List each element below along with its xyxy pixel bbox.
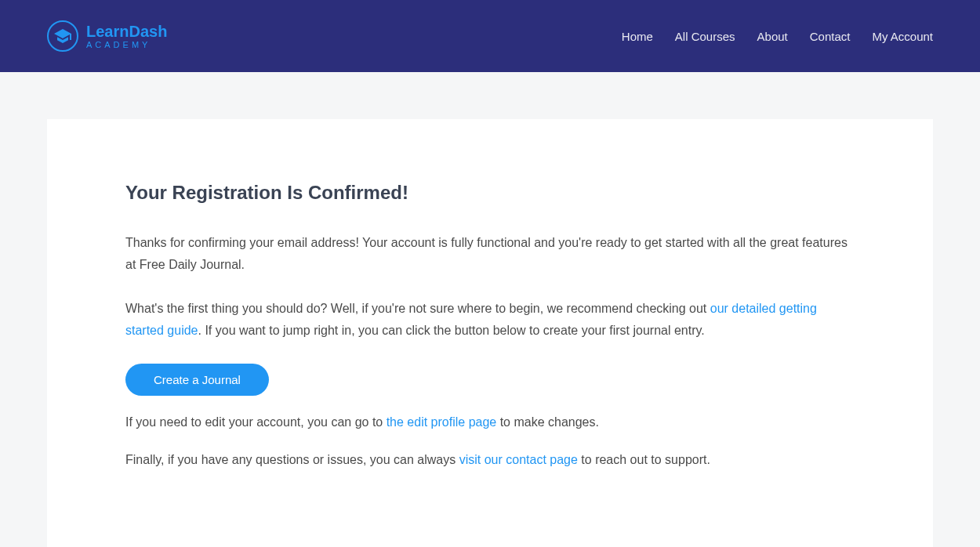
nav-all-courses[interactable]: All Courses — [675, 30, 735, 43]
site-logo[interactable]: LearnDash ACADEMY — [47, 20, 167, 52]
edit-account-text-b: to make changes. — [496, 415, 599, 429]
graduation-cap-icon — [47, 20, 78, 52]
nav-home[interactable]: Home — [622, 30, 653, 43]
logo-sub: ACADEMY — [86, 40, 167, 49]
main-nav: Home All Courses About Contact My Accoun… — [622, 30, 933, 43]
contact-paragraph: Finally, if you have any questions or is… — [125, 449, 855, 471]
contact-text-a: Finally, if you have any questions or is… — [125, 453, 459, 466]
edit-account-text-a: If you need to edit your account, you ca… — [125, 415, 387, 429]
nav-my-account[interactable]: My Account — [872, 30, 933, 43]
guide-paragraph-text-b: . If you want to jump right in, you can … — [198, 324, 705, 337]
create-journal-button[interactable]: Create a Journal — [125, 364, 269, 396]
edit-account-paragraph: If you need to edit your account, you ca… — [125, 411, 855, 433]
intro-paragraph: Thanks for confirming your email address… — [125, 232, 855, 276]
nav-contact[interactable]: Contact — [810, 30, 851, 43]
contact-text-b: to reach out to support. — [578, 453, 710, 466]
page-title: Your Registration Is Confirmed! — [125, 182, 855, 204]
logo-main: LearnDash — [86, 23, 167, 40]
content-card: Your Registration Is Confirmed! Thanks f… — [47, 119, 933, 547]
edit-profile-link[interactable]: the edit profile page — [387, 415, 497, 429]
guide-paragraph: What's the first thing you should do? We… — [125, 298, 855, 342]
logo-text: LearnDash ACADEMY — [86, 23, 167, 49]
contact-page-link[interactable]: visit our contact page — [459, 453, 578, 466]
page-wrapper: Your Registration Is Confirmed! Thanks f… — [0, 72, 980, 547]
nav-about[interactable]: About — [757, 30, 788, 43]
guide-paragraph-text-a: What's the first thing you should do? We… — [125, 302, 710, 315]
site-header: LearnDash ACADEMY Home All Courses About… — [0, 0, 980, 72]
